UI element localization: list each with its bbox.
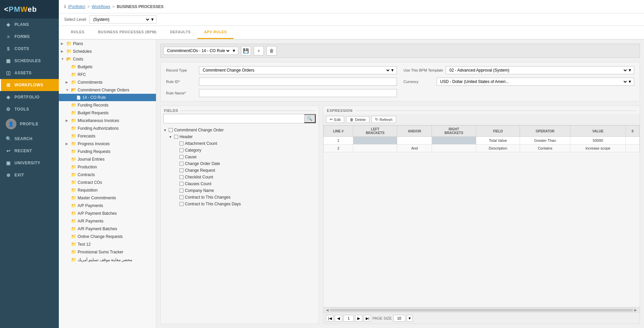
tree-item-progress-invoices[interactable]: ▶ 📁 Progress Invoices: [59, 140, 156, 148]
tree-item-funding-auth[interactable]: 📁 Funding Authorizations: [59, 124, 156, 132]
horizontal-scrollbar[interactable]: [330, 309, 633, 312]
fields-item-attachment-count[interactable]: Attachment Count: [162, 140, 317, 147]
tree-item-production[interactable]: 📁 Production: [59, 163, 156, 171]
tree-item-rfc[interactable]: 📁 RFC: [59, 71, 156, 78]
breadcrumb-workflows[interactable]: Workflows: [92, 4, 110, 9]
info-icon[interactable]: ℹ: [64, 4, 66, 9]
sidebar-item-plans[interactable]: ◈ PLANS: [0, 18, 59, 31]
sidebar-item-search[interactable]: 🔍 SEARCH: [0, 133, 59, 145]
currency-dropdown[interactable]: USD - Dollar (United States of Ameri...: [439, 79, 628, 84]
sidebar-item-profile[interactable]: 👤 PROFILE: [0, 115, 59, 133]
fields-checkbox[interactable]: [179, 175, 184, 179]
tree-item-misc-invoices[interactable]: ▶ 📁 Miscellaneous Invoices: [59, 117, 156, 124]
tree-item-journal-entries[interactable]: 📁 Journal Entries: [59, 155, 156, 163]
currency-select[interactable]: USD - Dollar (United States of Ameri... …: [437, 78, 635, 86]
tree-item-funding-requests[interactable]: 📁 Funding Requests: [59, 148, 156, 155]
sidebar-item-recent[interactable]: ↩ RECENT: [0, 145, 59, 157]
fields-item-contract-changes[interactable]: Contract to This Changes: [162, 194, 317, 201]
save-button[interactable]: 💾: [241, 46, 251, 55]
fields-search-button[interactable]: 🔍: [304, 114, 316, 123]
sidebar-item-exit[interactable]: ⊗ EXIT: [0, 169, 59, 181]
fields-item-category[interactable]: Category: [162, 147, 317, 154]
tab-roles[interactable]: ROLES: [64, 26, 91, 39]
fields-checkbox[interactable]: [179, 168, 184, 172]
rule-selector[interactable]: CommitmentCOs - 14 - CO Rule ▼: [163, 47, 238, 55]
select-level-select[interactable]: (System): [92, 17, 150, 22]
tree-item-budgets[interactable]: 📁 Budgets: [59, 63, 156, 71]
use-bpm-dropdown[interactable]: 02 - Advanced Approval (System): [448, 68, 628, 73]
last-page-button[interactable]: ▶|: [364, 315, 371, 322]
fields-item-clauses-count[interactable]: Clauses Count: [162, 180, 317, 187]
tree-item-co-rule[interactable]: 📄 14 - CO Rule: [59, 94, 156, 101]
page-number-input[interactable]: [344, 315, 354, 322]
fields-checkbox[interactable]: [179, 155, 184, 159]
fields-item-change-order-date[interactable]: Change Order Date: [162, 160, 317, 167]
fields-checkbox[interactable]: [179, 148, 184, 152]
fields-checkbox[interactable]: [179, 141, 184, 146]
prev-page-button[interactable]: ◀: [335, 315, 342, 322]
tree-item-contract-cos[interactable]: 📁 Contract COs: [59, 178, 156, 186]
scroll-right-icon[interactable]: ▶: [634, 308, 637, 312]
tab-bpm[interactable]: BUSINESS PROCESSES (BPM): [91, 26, 163, 39]
rule-selector-select[interactable]: CommitmentCOs - 14 - CO Rule: [166, 48, 231, 53]
tree-item-master-commitments[interactable]: 📁 Master Commitments: [59, 194, 156, 202]
breadcrumb-portfolio[interactable]: (Portfolio): [68, 4, 85, 9]
tree-item-ar-payments[interactable]: 📁 A/R Payments: [59, 217, 156, 225]
rule-id-input[interactable]: 14: [199, 78, 397, 86]
page-size-input[interactable]: [393, 315, 405, 322]
tree-item-ar-batches[interactable]: 📁 A/R Payment Batches: [59, 225, 156, 233]
tree-item-arabic[interactable]: 📁 محضر معاينة موقف تسليم أمريك: [59, 256, 156, 263]
tree-item-commitments[interactable]: ▶ 📁 Commitments: [59, 78, 156, 86]
rule-name-input[interactable]: CO Rule: [199, 89, 397, 97]
fields-item-company-name[interactable]: Company Name: [162, 187, 317, 194]
next-page-button[interactable]: ▶: [355, 315, 362, 322]
tree-item-budget-requests[interactable]: 📁 Budget Requests: [59, 109, 156, 117]
fields-checkbox[interactable]: [179, 162, 184, 166]
tree-item-funding-records[interactable]: 📁 Funding Records: [59, 101, 156, 109]
tab-defaults[interactable]: DEFAULTS: [163, 26, 197, 39]
tree-item-commitment-change-orders[interactable]: ▼ 📂 Commitment Change Orders: [59, 86, 156, 94]
fields-checkbox[interactable]: [174, 135, 178, 139]
page-size-dropdown-button[interactable]: ▼: [407, 315, 413, 322]
tree-item-ap-payments[interactable]: 📁 A/P Payments: [59, 202, 156, 209]
sidebar-item-costs[interactable]: $ COSTS: [0, 43, 59, 55]
tree-item-plans[interactable]: ▶ 📁 Plans: [59, 40, 156, 47]
expr-delete-button[interactable]: 🗑 Delete: [346, 116, 369, 123]
tree-item-costs[interactable]: ▼ 📂 Costs: [59, 55, 156, 63]
sidebar-item-university[interactable]: ▣ UNIVERSITY: [0, 157, 59, 169]
fields-checkbox[interactable]: [169, 128, 173, 132]
sidebar-item-assets[interactable]: ◫ ASSETS: [0, 67, 59, 79]
fields-item-cause[interactable]: Cause: [162, 154, 317, 160]
fields-checkbox[interactable]: [179, 189, 184, 193]
first-page-button[interactable]: |◀: [326, 315, 333, 322]
tree-item-ap-batches[interactable]: 📁 A/P Payment Batches: [59, 209, 156, 217]
record-type-select[interactable]: Commitment Change Orders ▼: [199, 66, 397, 74]
sidebar-item-forms[interactable]: ≡ FORMS: [0, 31, 59, 43]
fields-checkbox[interactable]: [179, 195, 184, 199]
refresh-button[interactable]: ↻ Refresh: [371, 116, 396, 123]
record-type-dropdown[interactable]: Commitment Change Orders: [201, 68, 391, 73]
tree-item-schedules[interactable]: ▶ 📁 Schedules: [59, 47, 156, 55]
tree-item-prov-sums[interactable]: 📁 Provisional Sums Tracker: [59, 248, 156, 256]
fields-checkbox[interactable]: [179, 182, 184, 186]
fields-checkbox[interactable]: [179, 202, 184, 206]
fields-item-root[interactable]: ▼ Commitment Change Order: [162, 127, 317, 133]
sidebar-item-workflows[interactable]: ⊞ WORKFLOWS: [0, 79, 59, 91]
add-button[interactable]: +: [254, 46, 264, 55]
select-level-dropdown[interactable]: (System) ▼: [89, 15, 157, 24]
tree-item-forecasts[interactable]: 📁 Forecasts: [59, 132, 156, 140]
fields-item-contract-changes-days[interactable]: Contract to This Changes Days: [162, 201, 317, 207]
tree-item-online-change-req[interactable]: 📁 Online Change Requests: [59, 233, 156, 240]
use-bpm-select[interactable]: 02 - Advanced Approval (System) ▼: [446, 66, 634, 74]
sidebar-item-schedules[interactable]: ▦ SCHEDULES: [0, 55, 59, 67]
tree-item-requisition[interactable]: 📁 Requisition: [59, 186, 156, 194]
edit-button[interactable]: ✏ Edit: [326, 116, 344, 123]
tree-item-test12[interactable]: 📁 Test 12: [59, 240, 156, 248]
fields-item-checklist-count[interactable]: Checklist Count: [162, 174, 317, 180]
tree-item-contracts[interactable]: 📁 Contracts: [59, 171, 156, 178]
fields-search-input[interactable]: [164, 115, 304, 122]
delete-button[interactable]: 🗑: [267, 46, 277, 55]
scroll-left-icon[interactable]: ◀: [326, 308, 329, 312]
tab-apv-rules[interactable]: APV RULES: [197, 26, 233, 39]
sidebar-item-tools[interactable]: ⚙ TOOLS: [0, 103, 59, 115]
